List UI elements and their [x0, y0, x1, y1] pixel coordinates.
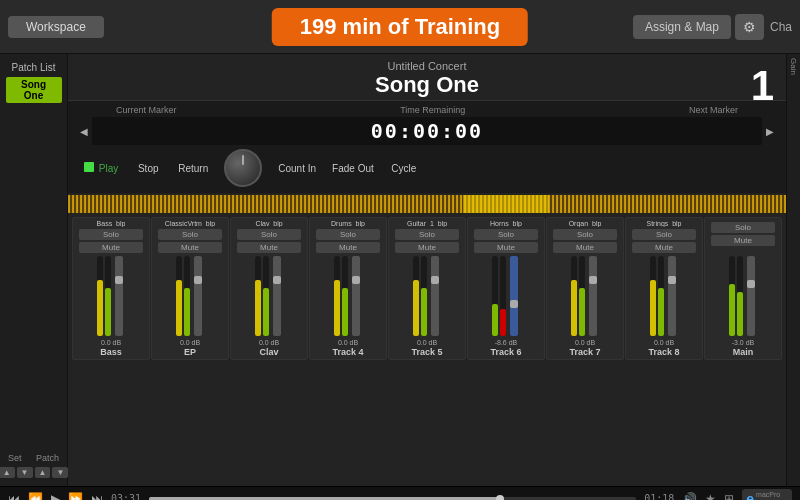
fader-slider-8[interactable]: [747, 256, 755, 336]
time-code-left: 03:31: [111, 493, 141, 500]
channel-7: Strings_blpSoloMute0.0 dBTrack 8: [625, 217, 703, 360]
solo-button-5[interactable]: Solo: [474, 229, 539, 240]
next-marker-label: Next Marker: [689, 105, 738, 115]
song-one-patch[interactable]: Song One: [6, 77, 62, 103]
fader-thumb-4[interactable]: [431, 276, 439, 284]
solo-button-3[interactable]: Solo: [316, 229, 381, 240]
count-in-button[interactable]: Count In: [270, 161, 324, 176]
set-label: Set: [8, 453, 22, 463]
mute-button-0[interactable]: Mute: [79, 242, 144, 253]
channel-name-0: Bass_blp: [97, 220, 126, 227]
solo-button-6[interactable]: Solo: [553, 229, 618, 240]
transport-left-arrow[interactable]: ◀: [76, 126, 92, 137]
channel-db-4: 0.0 dB: [417, 339, 437, 346]
macpro-text: macProvideo.com: [756, 491, 788, 500]
fader-thumb-0[interactable]: [115, 276, 123, 284]
progress-bar: [149, 497, 500, 501]
sidebar: Patch List Song One Set Patch ▲ ▼ ▲ ▼: [0, 54, 68, 486]
play-back-btn[interactable]: ⏪: [28, 492, 43, 501]
fader-area-4: [391, 254, 463, 338]
cha-label: Cha: [770, 20, 792, 34]
mute-button-3[interactable]: Mute: [316, 242, 381, 253]
fader-slider-7[interactable]: [668, 256, 676, 336]
channel-db-1: 0.0 dB: [180, 339, 200, 346]
meter-track-3-0: [334, 256, 340, 336]
mute-button-6[interactable]: Mute: [553, 242, 618, 253]
transport-right-arrow[interactable]: ▶: [762, 126, 778, 137]
solo-button-2[interactable]: Solo: [237, 229, 302, 240]
channel-label-6: Track 7: [569, 347, 600, 357]
fader-area-7: [628, 254, 700, 338]
meter-track-3-1: [342, 256, 348, 336]
channel-label-0: Bass: [100, 347, 122, 357]
fader-thumb-1[interactable]: [194, 276, 202, 284]
arrow-down-btn[interactable]: ▼: [17, 467, 33, 478]
fader-slider-6[interactable]: [589, 256, 597, 336]
fader-slider-5[interactable]: [510, 256, 518, 336]
arrow-up2-btn[interactable]: ▲: [35, 467, 51, 478]
fader-thumb-5[interactable]: [510, 300, 518, 308]
mute-button-5[interactable]: Mute: [474, 242, 539, 253]
return-button[interactable]: Return: [170, 161, 216, 176]
fader-slider-1[interactable]: [194, 256, 202, 336]
solo-button-4[interactable]: Solo: [395, 229, 460, 240]
progress-dot: [496, 495, 504, 501]
waveform-area[interactable]: [68, 195, 786, 213]
mute-button-1[interactable]: Mute: [158, 242, 223, 253]
solo-button-7[interactable]: Solo: [632, 229, 697, 240]
fader-thumb-3[interactable]: [352, 276, 360, 284]
assign-map-button[interactable]: Assign & Map: [633, 15, 731, 39]
tempo-knob[interactable]: [224, 149, 262, 187]
fade-out-button[interactable]: Fade Out: [324, 161, 382, 176]
star-icon[interactable]: ★: [705, 492, 716, 501]
solo-button-0[interactable]: Solo: [79, 229, 144, 240]
ff-btn[interactable]: ⏩: [68, 492, 83, 501]
solo-button-1[interactable]: Solo: [158, 229, 223, 240]
channel-name-7: Strings_blp: [646, 220, 681, 227]
meter-track-1-0: [176, 256, 182, 336]
volume-icon[interactable]: 🔊: [682, 492, 697, 501]
mute-button-4[interactable]: Mute: [395, 242, 460, 253]
content-area: Untitled Concert Song One 1 Current Mark…: [68, 54, 786, 486]
channel-label-4: Track 5: [411, 347, 442, 357]
arrow-up-btn[interactable]: ▲: [0, 467, 15, 478]
fader-slider-4[interactable]: [431, 256, 439, 336]
meter-track-0-1: [105, 256, 111, 336]
arrow-down2-btn[interactable]: ▼: [52, 467, 68, 478]
mute-button-2[interactable]: Mute: [237, 242, 302, 253]
fader-thumb-7[interactable]: [668, 276, 676, 284]
gear-button[interactable]: ⚙: [735, 14, 764, 40]
channel-1: ClassicVrtm_blpSoloMute0.0 dBEP: [151, 217, 229, 360]
skip-fwd-btn[interactable]: ⏭: [91, 492, 103, 501]
meter-track-4-0: [413, 256, 419, 336]
play-button[interactable]: Play: [76, 160, 126, 176]
fader-area-8: [707, 247, 779, 338]
transport-section: Current Marker Time Remaining Next Marke…: [68, 101, 786, 193]
time-row: ◀ 00:00:00 ▶: [76, 117, 778, 145]
channel-8: SoloMute-3.0 dBMain: [704, 217, 782, 360]
meter-track-7-1: [658, 256, 664, 336]
channel-label-3: Track 4: [332, 347, 363, 357]
sidebar-bottom: Set Patch ▲ ▼ ▲ ▼: [4, 453, 63, 478]
play-bottom-btn[interactable]: ▶: [51, 492, 60, 501]
meter-track-7-0: [650, 256, 656, 336]
cycle-button[interactable]: Cycle: [382, 161, 426, 176]
fader-slider-0[interactable]: [115, 256, 123, 336]
stop-button[interactable]: Stop: [126, 161, 170, 176]
mute-button-7[interactable]: Mute: [632, 242, 697, 253]
meter-track-2-0: [255, 256, 261, 336]
fader-thumb-6[interactable]: [589, 276, 597, 284]
solo-button-8[interactable]: Solo: [711, 222, 776, 233]
progress-bar-container[interactable]: [149, 497, 636, 501]
fader-thumb-8[interactable]: [747, 280, 755, 288]
fader-slider-2[interactable]: [273, 256, 281, 336]
mute-button-8[interactable]: Mute: [711, 235, 776, 246]
screen-icon[interactable]: ⊞: [724, 492, 734, 501]
skip-back-btn[interactable]: ⏮: [8, 492, 20, 501]
meter-track-1-1: [184, 256, 190, 336]
workspace-tab[interactable]: Workspace: [8, 16, 104, 38]
marker-row: Current Marker Time Remaining Next Marke…: [76, 105, 778, 115]
fader-thumb-2[interactable]: [273, 276, 281, 284]
fader-slider-3[interactable]: [352, 256, 360, 336]
current-marker-label: Current Marker: [116, 105, 177, 115]
